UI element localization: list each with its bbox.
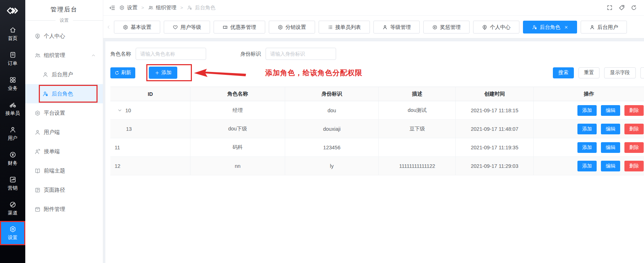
logo-icon (6, 7, 19, 15)
submenu-item-backend-roles[interactable]: 后台角色 (25, 84, 103, 103)
collapse-caret-icon[interactable] (91, 53, 96, 58)
rail-item-finance[interactable]: 财务 (0, 146, 25, 171)
submenu-item-organization[interactable]: 组织管理 (25, 46, 103, 65)
submenu-item-backend-users[interactable]: 后台用户 (25, 65, 103, 84)
refresh-button-label: 刷新 (121, 69, 131, 76)
tab-basic-settings[interactable]: 基本设置 (114, 21, 160, 33)
row-delete-button[interactable]: 删除 (624, 142, 644, 153)
refresh-button[interactable]: 刷新 (110, 67, 135, 78)
cell-role-name: dou下级 (190, 120, 285, 138)
plus-icon (155, 71, 159, 75)
settings-submenu: 管理后台 设置 个人中心 组织管理 后台用户 后台角色 平台设置 用户端 接单端… (25, 0, 103, 263)
identity-input[interactable] (266, 48, 336, 60)
tab-backend-users[interactable]: 后台用户 (581, 21, 627, 33)
submenu-item-profile[interactable]: 个人中心 (25, 26, 103, 46)
rail-item-home[interactable]: 首页 (0, 21, 25, 46)
tab-scroll-left-icon[interactable] (106, 25, 114, 30)
rail-item-channel[interactable]: 渠道 (0, 196, 25, 221)
channel-icon (9, 201, 16, 208)
table-row: 10 经理 dou dou测试 2021-09-17 11:18:15 添加 编… (110, 101, 644, 120)
tab-distribution-settings[interactable]: 分销设置 (269, 21, 315, 33)
tab-label: 奖惩管理 (440, 24, 461, 31)
rail-item-courier[interactable]: 接单员 (0, 96, 25, 121)
column-header-id: ID (110, 87, 190, 101)
annotation-arrow (193, 68, 247, 78)
submenu-item-user-client[interactable]: 用户端 (25, 123, 103, 142)
role-name-label: 角色名称 (110, 51, 131, 57)
cell-description: 11111111111122 (379, 157, 456, 175)
row-delete-button[interactable]: 删除 (624, 105, 644, 116)
bike-icon (9, 101, 16, 108)
cell-identity: ly (285, 157, 379, 175)
breadcrumb-backend-roles: 后台角色 (187, 4, 215, 11)
cell-role-name: 码科 (190, 138, 285, 157)
sidebar-fold-icon[interactable] (109, 5, 115, 11)
tab-user-levels[interactable]: 用户等级 (164, 21, 210, 33)
submenu-item-label: 附件管理 (44, 206, 65, 213)
show-fields-button[interactable]: 显示字段 (604, 67, 636, 78)
submenu-item-platform-settings[interactable]: 平台设置 (25, 103, 103, 123)
gear-icon (278, 25, 283, 30)
tab-courier-list[interactable]: 接单员列表 (319, 21, 370, 33)
gear-icon (9, 226, 16, 233)
row-add-button[interactable]: 添加 (577, 124, 597, 134)
row-edit-button[interactable]: 编辑 (601, 124, 620, 134)
tags-icon[interactable] (619, 5, 625, 11)
submenu-item-attachments[interactable]: 附件管理 (25, 200, 103, 219)
identity-label: 身份标识 (240, 51, 261, 57)
cell-role-name: nn (190, 157, 285, 175)
row-edit-button[interactable]: 编辑 (601, 161, 620, 171)
submenu-item-frontend-theme[interactable]: 前端主题 (25, 161, 103, 180)
person-lock-icon (532, 25, 537, 30)
tab-backend-roles[interactable]: 后台角色 (523, 21, 577, 33)
role-name-input[interactable] (136, 48, 206, 60)
column-header-identity: 身份标识 (285, 87, 379, 101)
cell-created-at: 2021-09-17 11:18:15 (456, 101, 534, 120)
submenu-item-courier-client[interactable]: 接单端 (25, 142, 103, 161)
row-add-button[interactable]: 添加 (577, 161, 597, 171)
row-expand-icon[interactable] (117, 108, 122, 113)
tab-close-icon[interactable] (564, 25, 568, 29)
reset-button[interactable]: 重置 (578, 67, 600, 78)
submenu-item-page-paths[interactable]: 页面路径 (25, 180, 103, 200)
submenu-item-label: 接单端 (44, 148, 60, 155)
cell-id: 11 (110, 145, 190, 150)
tab-label: 个人中心 (490, 24, 511, 31)
tab-profile[interactable]: 个人中心 (473, 21, 519, 33)
table-tools: 搜索 重置 显示字段 (553, 67, 644, 78)
person-lock-icon (187, 5, 192, 10)
cell-identity: douxiaji (285, 120, 379, 138)
breadcrumb-settings[interactable]: 设置 (119, 4, 137, 11)
submenu-item-label: 组织管理 (44, 52, 65, 59)
heart-icon (173, 25, 178, 30)
submenu-item-label: 后台角色 (52, 91, 73, 97)
breadcrumb-bar: 设置 > 组织管理 > 后台角色 (103, 0, 644, 16)
submenu-item-label: 用户端 (44, 129, 60, 136)
row-delete-button[interactable]: 删除 (624, 124, 644, 134)
rail-item-orders[interactable]: 订单 (0, 46, 25, 71)
rail-item-marketing[interactable]: 营销 (0, 171, 25, 196)
tab-coupons[interactable]: 优惠券管理 (214, 21, 265, 33)
tab-level-management[interactable]: 等级管理 (373, 21, 420, 33)
main-area: 设置 > 组织管理 > 后台角色 基本设置 用户等级 优惠券管 (103, 0, 644, 263)
rail-item-business[interactable]: 业务 (0, 71, 25, 96)
refresh-icon[interactable] (631, 5, 637, 11)
people-icon (148, 5, 153, 10)
breadcrumb-organization[interactable]: 组织管理 (148, 4, 177, 11)
rail-item-users[interactable]: 用户 (0, 121, 25, 146)
fullscreen-icon[interactable] (607, 5, 613, 11)
row-add-button[interactable]: 添加 (577, 105, 597, 116)
search-button[interactable]: 搜索 (553, 67, 574, 78)
tab-rewards-penalties[interactable]: 奖惩管理 (423, 21, 470, 33)
row-edit-button[interactable]: 编辑 (601, 142, 620, 153)
clipped-edge-button[interactable] (640, 67, 644, 78)
tab-label: 基本设置 (131, 24, 151, 31)
row-add-button[interactable]: 添加 (577, 142, 597, 153)
row-edit-button[interactable]: 编辑 (601, 105, 620, 116)
row-delete-button[interactable]: 删除 (624, 161, 644, 171)
breadcrumb-separator: > (180, 5, 183, 10)
rail-item-settings[interactable]: 设置 (0, 221, 25, 245)
app-logo (0, 0, 25, 21)
identity-filter-group: 身份标识 (240, 48, 336, 60)
add-role-button[interactable]: 添加 (149, 67, 177, 79)
